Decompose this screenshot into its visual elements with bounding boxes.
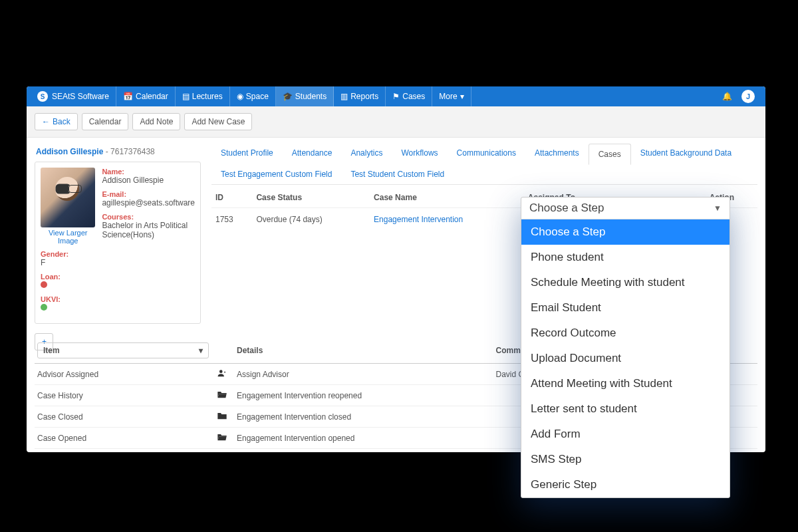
subtabs: Student Profile Attendance Analytics Wor… bbox=[211, 143, 757, 185]
person-add-icon bbox=[217, 370, 227, 380]
dropdown-option[interactable]: Attend Meeting with Student bbox=[521, 371, 730, 396]
graduation-icon: 🎓 bbox=[283, 92, 293, 101]
col-status: Case Status bbox=[252, 189, 370, 208]
svg-point-0 bbox=[219, 370, 223, 373]
dropdown-option[interactable]: Add Form bbox=[521, 422, 730, 447]
student-card: View Larger Image Name:Addison Gillespie… bbox=[35, 162, 201, 324]
nav-reports[interactable]: ▥Reports bbox=[334, 86, 386, 106]
tab-attendance[interactable]: Attendance bbox=[283, 143, 342, 164]
tab-test-student[interactable]: Test Student Custom Field bbox=[341, 164, 454, 184]
brand-logo-icon: S bbox=[37, 91, 48, 102]
item-details: Engagement Intervention closed bbox=[237, 412, 496, 422]
brand[interactable]: S SEAtS Software bbox=[31, 86, 116, 106]
item-name: Case History bbox=[37, 391, 217, 400]
student-email: agillespie@seats.software bbox=[102, 198, 195, 207]
dropdown-option[interactable]: Letter sent to student bbox=[521, 396, 730, 422]
dropdown-option[interactable]: Upload Document bbox=[521, 346, 730, 371]
student-photo bbox=[41, 168, 95, 227]
item-name: Case Opened bbox=[37, 434, 217, 443]
topbar: S SEAtS Software 📅Calendar ▤Lectures ◉Sp… bbox=[27, 86, 765, 106]
tab-communications[interactable]: Communications bbox=[448, 143, 525, 164]
folder-open-icon bbox=[217, 434, 227, 444]
nav-students[interactable]: 🎓Students bbox=[276, 86, 334, 106]
dropdown-option[interactable]: Generic Step bbox=[521, 472, 730, 497]
ukvi-status-dot bbox=[41, 304, 47, 311]
arrow-left-icon: ← bbox=[42, 117, 50, 126]
dropdown-header[interactable]: Choose a Step ▼ bbox=[521, 198, 730, 219]
item-filter-select[interactable]: Item ▾ bbox=[37, 342, 209, 358]
student-title: Addison Gillespie - 7617376438 bbox=[36, 147, 200, 156]
item-details: Assign Advisor bbox=[237, 370, 496, 379]
item-details: Engagement Intervention opened bbox=[237, 434, 496, 443]
tab-cases[interactable]: Cases bbox=[589, 144, 631, 165]
case-status: Overdue (74 days) bbox=[252, 208, 370, 231]
brand-label: SEAtS Software bbox=[52, 92, 109, 101]
tab-analytics[interactable]: Analytics bbox=[341, 143, 392, 164]
add-new-case-button[interactable]: Add New Case bbox=[184, 113, 252, 130]
top-nav: 📅Calendar ▤Lectures ◉Space 🎓Students ▥Re… bbox=[116, 86, 471, 106]
action-step-dropdown[interactable]: Choose a Step ▼ Choose a StepPhone stude… bbox=[521, 197, 730, 498]
back-button[interactable]: ←Back bbox=[35, 113, 78, 130]
tab-workflows[interactable]: Workflows bbox=[392, 143, 447, 164]
dropdown-option[interactable]: SMS Step bbox=[521, 447, 730, 472]
student-id: 7617376438 bbox=[110, 147, 155, 156]
nav-space[interactable]: ◉Space bbox=[230, 86, 276, 106]
calendar-button[interactable]: Calendar bbox=[82, 113, 129, 130]
loan-status-dot bbox=[41, 281, 47, 288]
tab-attachments[interactable]: Attachments bbox=[525, 143, 589, 164]
col-name: Case Name bbox=[370, 189, 524, 208]
bell-icon[interactable]: 🔔 bbox=[722, 92, 732, 101]
student-course: Bachelor in Arts Political Science(Hons) bbox=[102, 221, 195, 239]
action-toolbar: ←Back Calendar Add Note Add New Case bbox=[27, 106, 765, 138]
chart-icon: ▥ bbox=[340, 92, 348, 101]
tab-background[interactable]: Student Background Data bbox=[631, 143, 741, 164]
dropdown-option[interactable]: Email Student bbox=[521, 295, 730, 321]
calendar-icon: 📅 bbox=[123, 92, 133, 101]
chevron-down-icon: ▾ bbox=[460, 92, 464, 101]
folder-open-icon bbox=[217, 392, 227, 401]
dropdown-option[interactable]: Choose a Step bbox=[521, 219, 730, 245]
nav-calendar[interactable]: 📅Calendar bbox=[116, 86, 176, 106]
dropdown-option[interactable]: Phone student bbox=[521, 245, 730, 270]
student-name-link[interactable]: Addison Gillespie bbox=[36, 147, 103, 156]
dropdown-option[interactable]: Record Outcome bbox=[521, 321, 730, 346]
dropdown-option[interactable]: Schedule Meeting with student bbox=[521, 270, 730, 295]
nav-lectures[interactable]: ▤Lectures bbox=[176, 86, 230, 106]
nav-cases[interactable]: ⚑Cases bbox=[386, 86, 432, 106]
case-id: 1753 bbox=[211, 208, 252, 231]
tab-engagement[interactable]: Test Engagement Custom Field bbox=[211, 164, 341, 184]
item-details: Engagement Intervention reopened bbox=[237, 391, 496, 400]
presentation-icon: ▤ bbox=[182, 92, 190, 101]
chevron-down-icon: ▾ bbox=[199, 346, 203, 355]
flag-icon: ⚑ bbox=[392, 92, 400, 101]
user-avatar[interactable]: J bbox=[741, 90, 755, 103]
folder-closed-icon bbox=[217, 413, 227, 422]
case-name-link[interactable]: Engagement Intervention bbox=[370, 208, 524, 231]
col-id: ID bbox=[211, 189, 252, 208]
item-name: Case Closed bbox=[37, 412, 217, 422]
add-note-button[interactable]: Add Note bbox=[132, 113, 180, 130]
nav-more[interactable]: More ▾ bbox=[432, 86, 471, 106]
view-larger-image-link[interactable]: View Larger Image bbox=[41, 229, 95, 245]
tab-student-profile[interactable]: Student Profile bbox=[211, 143, 283, 164]
triangle-down-icon: ▼ bbox=[714, 203, 722, 213]
globe-icon: ◉ bbox=[237, 92, 243, 101]
item-name: Advisor Assigned bbox=[37, 370, 217, 379]
